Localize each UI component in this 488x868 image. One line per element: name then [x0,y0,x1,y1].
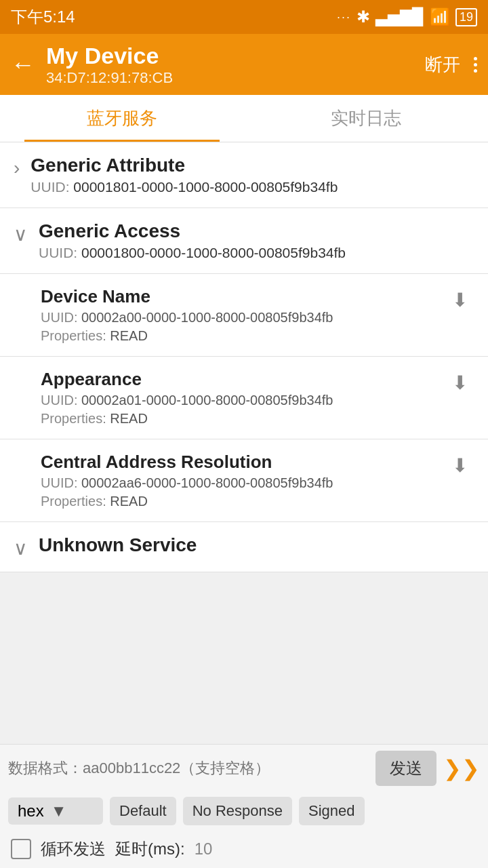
char-title: Device Name [41,286,441,307]
more-dot-2 [474,63,477,66]
format-select[interactable]: hex ▼ [8,797,103,825]
more-button[interactable] [474,57,477,73]
send-button[interactable]: 发送 [375,751,436,786]
uuid-value: 00002a01-0000-1000-8000-00805f9b34fb [81,393,333,408]
props-value: READ [110,494,148,509]
wifi-icon: 📶 [430,7,450,26]
format-arrow-icon: ▼ [51,802,67,821]
uuid-label: UUID: [39,245,81,260]
download-icon[interactable]: ⬇ [452,289,468,311]
toolbar: ← My Device 34:D7:12:91:78:CB 断开 [0,34,488,95]
option-default-button[interactable]: Default [110,797,176,825]
chevron-down-icon-2: ∨ [14,537,28,559]
props-value: READ [110,328,148,343]
more-dot-1 [474,57,477,60]
option-signed-button[interactable]: Signed [299,797,365,825]
data-input[interactable] [8,760,369,777]
props-value: READ [110,411,148,426]
loop-row: 循环发送 延时(ms): 10 [0,830,488,868]
tab-bluetooth[interactable]: 蓝牙服务 [0,95,244,142]
props-label: Properties: [41,411,110,426]
chevron-right-icon: › [14,157,20,179]
loop-checkbox[interactable] [11,839,31,859]
toolbar-actions: 断开 [425,53,477,77]
tab-realtime[interactable]: 实时日志 [244,95,488,142]
signal-dots-icon: ··· [337,10,351,24]
signal-bars-icon: ▃▅▇▉ [375,7,424,26]
delay-label: 延时(ms): [115,838,185,860]
service-unknown[interactable]: ∨ Unknown Service [0,522,488,572]
battery-icon: 19 [455,8,477,26]
option-no-response-button[interactable]: No Response [183,797,292,825]
char-device-name[interactable]: Device Name UUID: 00002a00-0000-1000-800… [0,274,488,357]
service-title: Generic Attribute [30,155,338,176]
chevron-down-icon: ∨ [14,223,28,245]
options-row: hex ▼ Default No Response Signed [0,792,488,830]
status-bar: 下午5:14 ··· ✱ ▃▅▇▉ 📶 19 [0,0,488,34]
device-title-area: My Device 34:D7:12:91:78:CB [46,42,425,87]
delay-value: 10 [195,840,213,859]
loop-label: 循环发送 [41,838,106,860]
download-icon[interactable]: ⬇ [452,454,468,477]
more-dot-3 [474,69,477,73]
char-title: Central Address Resolution [41,452,441,473]
bottom-bar: 发送 ❯❯ hex ▼ Default No Response Signed 循… [0,744,488,868]
tabs-bar: 蓝牙服务 实时日志 [0,95,488,142]
service-generic-attribute[interactable]: › Generic Attribute UUID: 00001801-0000-… [0,142,488,208]
service-title: Unknown Service [39,534,197,556]
uuid-value: 00002aa6-0000-1000-8000-00805f9b34fb [81,475,333,490]
format-label: hex [18,802,44,821]
service-info: Generic Attribute UUID: 00001801-0000-10… [30,155,338,195]
send-row: 发送 ❯❯ [0,745,488,792]
service-uuid: UUID: 00001800-0000-1000-8000-00805f9b34… [39,245,346,261]
char-props: Properties: READ [41,411,441,427]
service-info: Generic Access UUID: 00001800-0000-1000-… [39,220,346,261]
status-time: 下午5:14 [11,6,75,28]
char-appearance-info: Appearance UUID: 00002a01-0000-1000-8000… [41,369,441,427]
status-icons: ··· ✱ ▃▅▇▉ 📶 19 [337,7,477,26]
char-props: Properties: READ [41,328,441,344]
back-button[interactable]: ← [11,50,35,79]
uuid-label: UUID: [41,475,81,490]
char-central-address[interactable]: Central Address Resolution UUID: 00002aa… [0,439,488,522]
uuid-label: UUID: [30,179,73,195]
uuid-value: 00002a00-0000-1000-8000-00805f9b34fb [81,310,333,325]
char-uuid: UUID: 00002a00-0000-1000-8000-00805f9b34… [41,310,441,326]
props-label: Properties: [41,328,110,343]
char-device-name-info: Device Name UUID: 00002a00-0000-1000-800… [41,286,441,344]
service-generic-access[interactable]: ∨ Generic Access UUID: 00001800-0000-100… [0,208,488,274]
service-list: › Generic Attribute UUID: 00001801-0000-… [0,142,488,745]
service-info: Unknown Service [39,534,197,556]
char-uuid: UUID: 00002aa6-0000-1000-8000-00805f9b34… [41,475,441,491]
download-icon[interactable]: ⬇ [452,372,468,394]
uuid-value: 00001800-0000-1000-8000-00805f9b34fb [81,245,346,260]
props-label: Properties: [41,494,110,509]
service-title: Generic Access [39,220,346,242]
service-uuid: UUID: 00001801-0000-1000-8000-00805f9b34… [30,179,338,195]
uuid-label: UUID: [41,393,81,408]
device-name: My Device [46,42,425,70]
disconnect-button[interactable]: 断开 [425,53,460,77]
uuid-label: UUID: [41,310,81,325]
char-appearance[interactable]: Appearance UUID: 00002a01-0000-1000-8000… [0,357,488,439]
char-title: Appearance [41,369,441,390]
bluetooth-icon: ✱ [357,7,370,26]
char-props: Properties: READ [41,494,441,509]
uuid-value: 00001801-0000-1000-8000-00805f9b34fb [73,179,338,195]
device-mac: 34:D7:12:91:78:CB [46,69,425,87]
char-central-address-info: Central Address Resolution UUID: 00002aa… [41,452,441,509]
expand-icon[interactable]: ❯❯ [443,755,480,781]
char-uuid: UUID: 00002a01-0000-1000-8000-00805f9b34… [41,393,441,408]
